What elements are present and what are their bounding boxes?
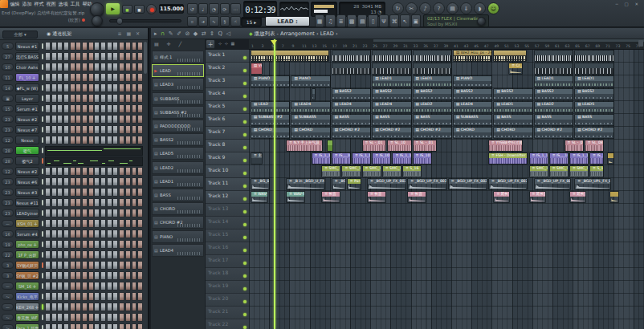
channel-rack-button[interactable]: ≣: [336, 14, 346, 27]
step-cell[interactable]: [100, 229, 106, 238]
track-name[interactable]: Track 16: [206, 242, 249, 255]
step-cell[interactable]: [132, 313, 137, 322]
step-cell[interactable]: [51, 136, 57, 144]
step-cell[interactable]: [112, 313, 118, 322]
channel-number[interactable]: 28: [2, 157, 14, 164]
channel-mute-led[interactable]: [42, 273, 43, 278]
step-cell[interactable]: [75, 313, 81, 322]
pause-button[interactable]: ■: [122, 5, 132, 14]
step-cell[interactable]: [94, 115, 100, 124]
step-cell[interactable]: [119, 188, 124, 197]
track-name[interactable]: Track 22: [206, 319, 249, 329]
assistant-button[interactable]: ☺: [487, 2, 499, 14]
step-cell[interactable]: [63, 104, 69, 113]
step-cell[interactable]: [107, 313, 112, 322]
step-cell[interactable]: [137, 282, 143, 290]
step-cell[interactable]: [107, 240, 112, 249]
step-cell[interactable]: [132, 271, 137, 280]
step-cell[interactable]: [132, 198, 137, 207]
step-cell[interactable]: [132, 73, 137, 82]
playlist-grid[interactable]: ▤ WH2 Hou_ps - 240▤ VER2≡ Cr_M▤ PIANO▤ P…: [249, 50, 644, 329]
clip[interactable]: ≡ 长音: [321, 191, 340, 203]
zoom-tool[interactable]: Q: [218, 29, 222, 39]
menu-3[interactable]: 样式: [33, 0, 45, 8]
channel-number[interactable]: 〜: [2, 314, 14, 321]
step-cell[interactable]: [51, 167, 57, 176]
track-name[interactable]: Track 15: [206, 229, 249, 242]
step-cell[interactable]: [75, 42, 81, 51]
track-name[interactable]: Track 18: [206, 268, 249, 281]
clip[interactable]: ≡ 长音: [407, 191, 426, 203]
step-cell[interactable]: [82, 63, 88, 71]
channel-number[interactable]: 23: [2, 126, 14, 133]
browser-button[interactable]: ▤: [357, 14, 367, 27]
step-cell[interactable]: [125, 292, 131, 301]
step-cell[interactable]: [63, 73, 69, 82]
clip[interactable]: ▤ LEAD1: [534, 75, 573, 87]
step-cell[interactable]: [51, 198, 57, 207]
swing-button[interactable]: ∿: [209, 16, 219, 26]
step-cell[interactable]: [75, 167, 81, 176]
step-cell[interactable]: [125, 313, 131, 322]
step-cell[interactable]: [125, 42, 131, 51]
step-cell[interactable]: [132, 240, 137, 249]
step-cell[interactable]: [70, 83, 75, 92]
channel-number[interactable]: 5: [2, 43, 14, 50]
channel-button[interactable]: FL_10 ✛: [15, 73, 39, 82]
clip[interactable]: ▤ LEAD5: [574, 101, 613, 113]
step-cell[interactable]: [119, 240, 124, 249]
step-cell[interactable]: [63, 250, 69, 259]
step-cell[interactable]: [137, 73, 143, 82]
step-cell[interactable]: [137, 167, 143, 176]
track-enable-dot[interactable]: [243, 120, 247, 124]
pattern-item[interactable]: LEAD2: [152, 161, 204, 174]
channel-button[interactable]: Nexus #2: [15, 167, 39, 176]
track-name[interactable]: Track 11: [206, 178, 249, 191]
channel-number[interactable]: 16: [2, 230, 14, 238]
channel-rack-scrollbar[interactable]: [144, 42, 147, 74]
channel-mute-led[interactable]: [42, 158, 43, 164]
step-cell[interactable]: [45, 323, 51, 329]
step-cell[interactable]: [63, 198, 69, 207]
hint-knob[interactable]: [477, 17, 486, 26]
track-enable-dot[interactable]: [243, 236, 247, 239]
clip[interactable]: [607, 152, 613, 164]
step-cell[interactable]: [88, 52, 94, 61]
step-cell[interactable]: [94, 63, 100, 71]
step-cell[interactable]: [112, 83, 118, 92]
help-button[interactable]: ?: [433, 2, 445, 14]
clip[interactable]: ≡ IS_10: [372, 152, 391, 164]
step-cell[interactable]: [125, 52, 131, 61]
step-cell[interactable]: [132, 167, 137, 176]
channel-mute-led[interactable]: [42, 169, 43, 174]
pattern-item[interactable]: CHORD: [152, 202, 204, 215]
track-name[interactable]: Track 9: [206, 152, 249, 165]
step-cell[interactable]: [75, 177, 81, 186]
step-cell[interactable]: [57, 313, 63, 322]
step-cell[interactable]: [51, 94, 57, 103]
step-cell[interactable]: [132, 136, 137, 144]
channel-number[interactable]: 10: [2, 63, 14, 71]
clip[interactable]: ▤ LEAD4: [332, 101, 371, 113]
step-cell[interactable]: [107, 63, 112, 71]
clip[interactable]: ▤ CHORD #2: [534, 127, 573, 139]
step-cell[interactable]: [57, 42, 63, 51]
clip[interactable]: ≡ YY弱味空扫过渡: [488, 140, 523, 152]
clip[interactable]: ▤ LEAD2: [534, 101, 573, 113]
clip[interactable]: ▤ LEAD1: [372, 75, 411, 87]
menu-1[interactable]: 编辑: [9, 0, 21, 8]
track-enable-dot[interactable]: [243, 197, 247, 201]
step-cell[interactable]: [63, 271, 69, 280]
pattern-item[interactable]: LEAD: [152, 64, 204, 77]
step-cell[interactable]: [107, 282, 112, 290]
track-name[interactable]: Track 4: [206, 88, 249, 101]
channel-button[interactable]: SY钢_贝 #2: [15, 271, 39, 280]
step-cell[interactable]: [57, 282, 63, 290]
clip[interactable]: ▤ BASS: [574, 114, 613, 126]
step-cell[interactable]: [137, 188, 143, 197]
channel-mute-led[interactable]: [42, 304, 43, 310]
step-cell[interactable]: [45, 42, 51, 51]
step-cell[interactable]: [125, 83, 131, 92]
track-header-icons[interactable]: ⊹ ⊹ ▦: [218, 41, 235, 46]
channel-number[interactable]: 11: [2, 74, 14, 81]
